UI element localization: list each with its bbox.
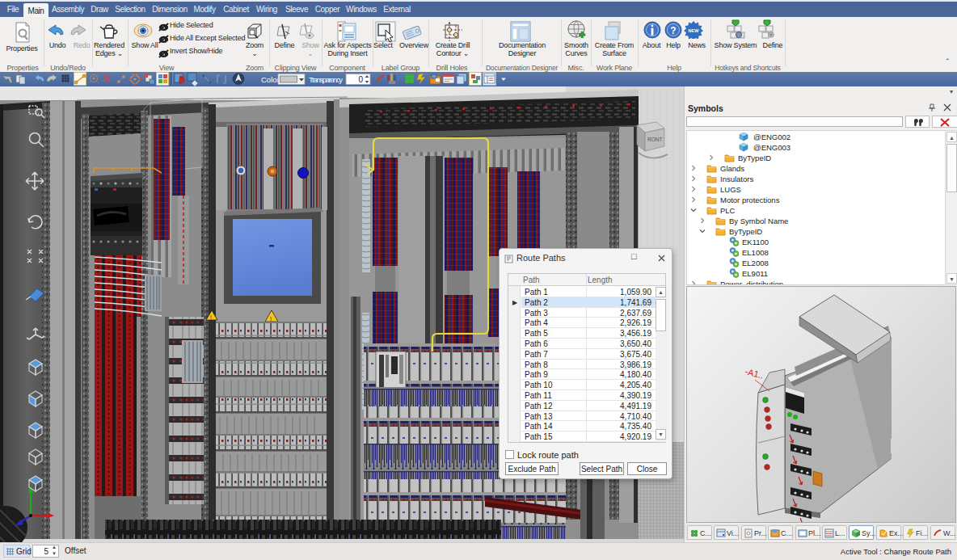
svg-text:RONT: RONT	[647, 137, 662, 142]
svg-text:0: 0	[358, 75, 363, 84]
svg-text:!: !	[210, 314, 212, 320]
svg-text:NEW: NEW	[689, 28, 700, 33]
svg-text:!: !	[270, 315, 272, 322]
svg-text:Color: Color	[261, 75, 280, 84]
svg-text:?: ?	[670, 25, 676, 36]
svg-text:Transparency: Transparency	[309, 75, 343, 84]
svg-text:-A1..: -A1..	[744, 366, 765, 380]
